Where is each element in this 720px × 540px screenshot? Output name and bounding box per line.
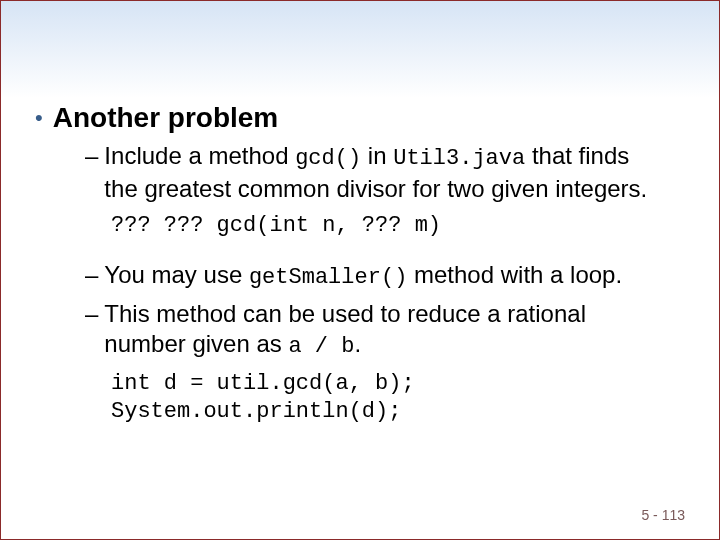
text-span: You may use: [104, 261, 249, 288]
slide: • Another problem – Include a method gcd…: [0, 0, 720, 540]
sub-bullet-row: – This method can be used to reduce a ra…: [85, 299, 669, 362]
code-line: System.out.println(d);: [111, 398, 669, 426]
spacer: [51, 240, 669, 254]
sub-bullet-3: – This method can be used to reduce a ra…: [85, 299, 669, 362]
inline-code: gcd(): [295, 146, 361, 171]
text-span: Include a method: [104, 142, 295, 169]
bullet-title: Another problem: [53, 101, 279, 135]
sub-bullet-row: – You may use getSmaller() method with a…: [85, 260, 669, 293]
code-block-1: ??? ??? gcd(int n, ??? m): [111, 212, 669, 240]
inline-code: Util3.java: [393, 146, 525, 171]
code-line: ??? ??? gcd(int n, ??? m): [111, 212, 669, 240]
code-block-2: int d = util.gcd(a, b); System.out.print…: [111, 370, 669, 426]
inline-code: getSmaller(): [249, 265, 407, 290]
dash-marker: –: [85, 141, 98, 171]
sub-bullet-2: – You may use getSmaller() method with a…: [85, 260, 669, 293]
sub-bullet-text: You may use getSmaller() method with a l…: [104, 260, 622, 293]
bullet-level1: • Another problem – Include a method gcd…: [51, 101, 669, 426]
dash-marker: –: [85, 260, 98, 290]
code-line: int d = util.gcd(a, b);: [111, 370, 669, 398]
dash-marker: –: [85, 299, 98, 329]
text-span: .: [354, 330, 361, 357]
inline-code: a / b: [288, 334, 354, 359]
sub-bullet-row: – Include a method gcd() in Util3.java t…: [85, 141, 669, 204]
text-span: method with a loop.: [407, 261, 622, 288]
sub-bullet-text: This method can be used to reduce a rati…: [104, 299, 669, 362]
sub-bullet-1: – Include a method gcd() in Util3.java t…: [85, 141, 669, 204]
sub-bullet-text: Include a method gcd() in Util3.java tha…: [104, 141, 669, 204]
bullet-row: • Another problem: [51, 101, 669, 135]
slide-number: 5 - 113: [641, 507, 685, 523]
bullet-marker: •: [35, 101, 43, 135]
text-span: in: [361, 142, 393, 169]
